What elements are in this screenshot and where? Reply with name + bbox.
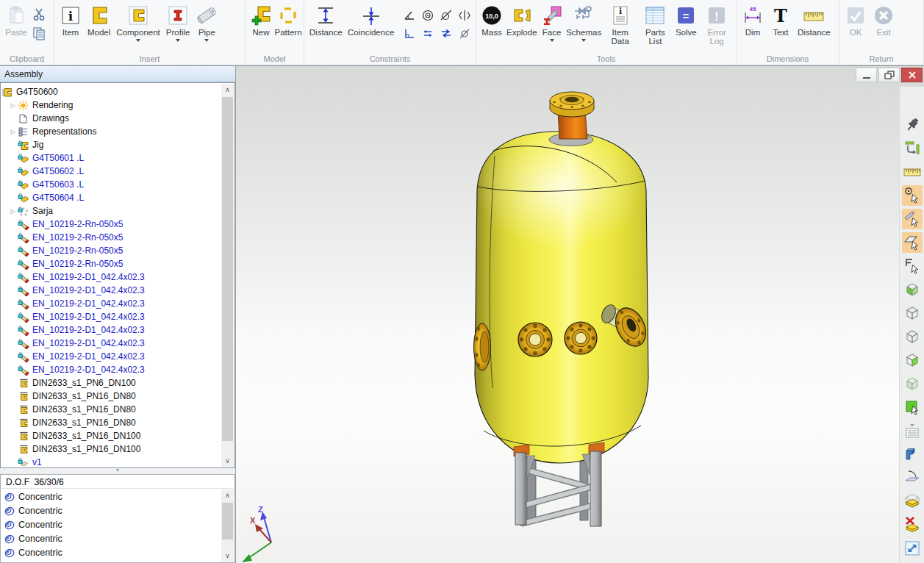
tree-item-en-10219-2-rn-050x5[interactable]: EN_10219-2-Rn-050x5 (1, 257, 221, 270)
tree-item-en-10219-2-d1-042-4x02-3[interactable]: EN_10219-2-D1_042.4x02.3 (1, 337, 221, 350)
ribbon-button-pipe[interactable]: Pipe (193, 2, 220, 46)
ribbon-button-error-log[interactable]: !Error Log (700, 2, 734, 47)
ribbon-button-model[interactable]: Model (85, 2, 112, 38)
view-toolbar-snap-center-icon[interactable] (902, 185, 923, 206)
vessel-body[interactable] (475, 125, 648, 463)
ribbon-button-coincidence[interactable]: Coincidence (345, 2, 396, 38)
view-toolbar-box-visible-icon[interactable] (902, 491, 923, 512)
tree-item-en-10219-2-rn-050x5[interactable]: EN_10219-2-Rn-050x5 (1, 231, 221, 244)
view-toolbar-snap-face-icon[interactable] (902, 232, 923, 253)
tree-item-g4t50603-l[interactable]: G4T50603 .L (1, 178, 221, 191)
tree-item-sarja[interactable]: ▷Sarja (1, 204, 221, 218)
tree-item-en-10219-2-d1-042-4x02-3[interactable]: EN_10219-2-D1_042.4x02.3 (1, 350, 221, 363)
dof-item-concentric[interactable]: Concentric (1, 559, 221, 562)
3d-scene[interactable]: Z X (236, 66, 924, 563)
view-toolbar-hidden-line-cube-icon[interactable] (902, 326, 923, 347)
tree-item-en-10219-2-d1-042-4x02-3[interactable]: EN_10219-2-D1_042.4x02.3 (1, 363, 221, 376)
ribbon-button-face[interactable]: Face (540, 2, 565, 46)
view-toolbar-export-view-icon[interactable] (902, 538, 923, 559)
ribbon-button-tangent-constraint-icon[interactable] (437, 7, 455, 24)
view-toolbar-green-edge-cube-icon[interactable] (902, 350, 923, 370)
tree-item-din2633-s1-pn16-dn100[interactable]: DIN2633_s1_PN16_DN100 (1, 429, 221, 442)
panel-splitter[interactable]: ▼ (0, 468, 235, 474)
ribbon-button-cut-icon[interactable] (31, 6, 47, 22)
view-toolbar-pale-cube-icon[interactable] (902, 373, 923, 394)
tree-item-rendering[interactable]: ▷Rendering (1, 98, 221, 112)
ribbon-button-item-data[interactable]: iItem Data (604, 2, 637, 47)
expander-icon[interactable]: ▷ (8, 129, 18, 135)
tree-item-din2633-s1-pn6-dn100[interactable]: DIN2633_s1_PN6_DN100 (1, 376, 221, 390)
tree-item-drawings[interactable]: Drawings (1, 112, 221, 125)
scroll-up-icon[interactable]: ∧ (221, 490, 234, 501)
ribbon-button-schemas[interactable]: Schemas (566, 2, 602, 46)
view-toolbar-measure-ruler-icon[interactable] (902, 162, 923, 182)
ribbon-button-item[interactable]: iItem (57, 2, 84, 38)
tree-scroll-thumb[interactable] (222, 97, 233, 441)
ribbon-button-ok[interactable]: OK (842, 2, 869, 38)
tree-item-g4t50602-l[interactable]: G4T50602 .L (1, 165, 221, 178)
ribbon-button-perpendicular-constraint-icon[interactable] (401, 25, 418, 43)
dof-item-concentric[interactable]: Concentric (1, 531, 221, 545)
ribbon-button-explode[interactable]: Explode (506, 2, 538, 38)
tree-item-din2633-s1-pn16-dn80[interactable]: DIN2633_s1_PN16_DN80 (1, 390, 221, 403)
ribbon-button-profile[interactable]: Profile (164, 2, 193, 46)
scroll-up-icon[interactable]: ∧ (221, 84, 234, 96)
tree-scrollbar[interactable]: ∧ ∨ (221, 84, 234, 467)
dof-item-concentric[interactable]: Concentric (1, 503, 221, 517)
tree-item-jig[interactable]: Jig (1, 138, 221, 151)
ribbon-button-exit[interactable]: Exit (870, 2, 897, 38)
top-nozzle[interactable] (549, 92, 594, 146)
view-toolbar-update-view-icon[interactable] (902, 138, 923, 159)
front-flange-a[interactable] (518, 323, 552, 356)
tree-item-din2633-s1-pn16-dn80[interactable]: DIN2633_s1_PN16_DN80 (1, 403, 221, 416)
ribbon-button-fix-constraint-icon[interactable] (456, 25, 473, 43)
view-toolbar-snap-feature-icon[interactable] (902, 256, 923, 276)
side-flange-left[interactable] (474, 323, 491, 370)
scroll-down-icon[interactable]: ∨ (221, 550, 234, 562)
tree-item-v1[interactable]: v1 (1, 456, 221, 467)
viewport-3d[interactable]: Z X (236, 65, 924, 563)
view-toolbar-view-list-icon[interactable] (902, 420, 923, 441)
ribbon-button-new[interactable]: New (248, 2, 273, 38)
view-toolbar-pin-icon[interactable] (902, 115, 923, 135)
expander-icon[interactable]: ▷ (8, 102, 18, 109)
tree-item-g4t50604-l[interactable]: G4T50604 .L (1, 191, 221, 204)
window-restore-button[interactable] (878, 68, 900, 82)
ribbon-button-distance[interactable]: Distance (307, 2, 344, 38)
ribbon-button-equal-constraint-icon[interactable] (419, 25, 437, 43)
view-toolbar-shaded-cube-icon[interactable] (902, 279, 923, 300)
dof-scrollbar[interactable]: ∧ ∨ (221, 490, 234, 562)
tree-item-din2633-s1-pn16-dn80[interactable]: DIN2633_s1_PN16_DN80 (1, 416, 221, 429)
front-flange-b[interactable] (565, 322, 597, 354)
ribbon-button-distance[interactable]: Distance (795, 2, 833, 38)
ribbon-button-paste[interactable]: Paste (3, 2, 29, 38)
view-toolbar-model-tree-icon[interactable] (902, 444, 923, 465)
ribbon-button-concentric-constraint-icon[interactable] (419, 7, 437, 24)
dof-item-concentric[interactable]: Concentric (1, 517, 221, 531)
dof-item-concentric[interactable]: Concentric (1, 490, 221, 503)
expander-icon[interactable]: ▷ (8, 208, 18, 215)
ribbon-button-parts-list[interactable]: Parts List (639, 2, 673, 47)
ribbon-button-copy-icon[interactable] (31, 26, 47, 42)
ribbon-button-text[interactable]: TText (767, 2, 794, 38)
dof-scroll-thumb[interactable] (222, 503, 233, 539)
tree-item-g4t50601-l[interactable]: G4T50601 .L (1, 151, 221, 165)
ribbon-button-mass[interactable]: 10,0Mass (479, 2, 504, 38)
ribbon-button-angle-constraint-icon[interactable] (401, 7, 418, 24)
tree-item-en-10219-2-rn-050x5[interactable]: EN_10219-2-Rn-050x5 (1, 244, 221, 257)
tree-item-din2633-s1-pn16-dn100[interactable]: DIN2633_s1_PN16_DN100 (1, 442, 221, 456)
tree-item-en-10219-2-d1-042-4x02-3[interactable]: EN_10219-2-D1_042.4x02.3 (1, 323, 221, 337)
view-toolbar-wire-cube-icon[interactable] (902, 303, 923, 323)
window-close-button[interactable] (901, 68, 923, 82)
window-minimize-button[interactable] (856, 68, 877, 82)
tree-item-en-10219-2-d1-042-4x02-3[interactable]: EN_10219-2-D1_042.4x02.3 (1, 284, 221, 297)
ribbon-button-pattern[interactable]: Pattern (275, 2, 301, 38)
ribbon-button-symmetry-constraint-icon[interactable] (456, 7, 473, 24)
ribbon-button-parallel-constraint-icon[interactable] (437, 25, 455, 43)
tree-item-en-10219-2-d1-042-4x02-3[interactable]: EN_10219-2-D1_042.4x02.3 (1, 310, 221, 323)
dof-item-concentric[interactable]: Concentric (1, 545, 221, 559)
view-toolbar-section-plane-icon[interactable] (902, 467, 923, 488)
tree-item-representations[interactable]: ▷Representations (1, 125, 221, 138)
tree-item-en-10219-2-d1-042-4x02-3[interactable]: EN_10219-2-D1_042.4x02.3 (1, 297, 221, 310)
tree-item-en-10219-2-d1-042-4x02-3[interactable]: EN_10219-2-D1_042.4x02.3 (1, 270, 221, 284)
